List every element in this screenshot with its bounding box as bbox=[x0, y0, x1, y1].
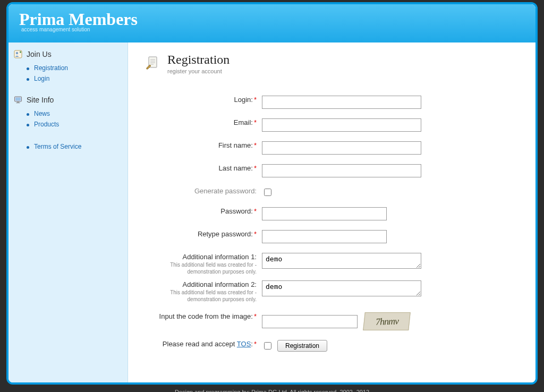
registration-form: Login:* Email:* First name:* Last name:* bbox=[145, 96, 518, 352]
page-title: Registration bbox=[167, 53, 230, 66]
svg-rect-4 bbox=[17, 102, 19, 103]
email-input[interactable] bbox=[262, 118, 421, 132]
label-retype-password: Retype password: bbox=[198, 230, 253, 238]
svg-rect-5 bbox=[16, 103, 20, 103]
required-marker: * bbox=[254, 96, 257, 104]
sidebar-section-extra: Terms of Service bbox=[14, 141, 122, 152]
additional-1-input[interactable] bbox=[262, 253, 421, 269]
sidebar-link[interactable]: Registration bbox=[34, 64, 68, 72]
svg-point-1 bbox=[16, 52, 18, 54]
required-marker: * bbox=[254, 141, 257, 149]
tos-checkbox[interactable] bbox=[264, 342, 271, 350]
sidebar-item-registration: Registration bbox=[27, 63, 122, 73]
required-marker: * bbox=[254, 340, 257, 348]
page-subtitle: register your account bbox=[167, 68, 230, 74]
required-marker: * bbox=[254, 312, 257, 320]
required-marker: * bbox=[254, 164, 257, 172]
label-captcha: Input the code from the image: bbox=[159, 312, 253, 320]
label-additional-1: Additional information 1: bbox=[183, 253, 257, 261]
sidebar-heading-label: Join Us bbox=[27, 50, 52, 58]
document-pencil-icon bbox=[145, 55, 160, 70]
sidebar-item-news: News bbox=[27, 108, 122, 119]
generate-password-checkbox[interactable] bbox=[264, 189, 271, 196]
captcha-image: 7hnmv bbox=[363, 312, 411, 330]
app-window: Prima Members access management solution… bbox=[6, 2, 538, 385]
svg-rect-3 bbox=[15, 98, 21, 101]
required-marker: * bbox=[254, 118, 257, 126]
label-first-name: First name: bbox=[218, 141, 253, 149]
sidebar-section-join-us: Join Us Registration Login bbox=[14, 50, 122, 84]
header: Prima Members access management solution bbox=[8, 4, 536, 42]
sidebar-link[interactable]: Products bbox=[34, 121, 59, 128]
tos-text-prefix: Please read and accept bbox=[163, 340, 237, 348]
label-login: Login: bbox=[234, 96, 253, 104]
sidebar-heading: Site Info bbox=[14, 96, 122, 104]
sidebar-section-site-info: Site Info News Products bbox=[14, 96, 122, 130]
sidebar-item-tos: Terms of Service bbox=[27, 141, 122, 152]
tos-link[interactable]: TOS bbox=[237, 340, 251, 348]
captcha-input[interactable] bbox=[262, 315, 358, 328]
label-password: Password: bbox=[220, 207, 253, 215]
password-input[interactable] bbox=[262, 207, 387, 220]
required-marker: * bbox=[254, 207, 257, 215]
sidebar-item-login: Login bbox=[27, 73, 122, 84]
page-header: Registration register your account bbox=[145, 53, 518, 74]
hint-additional-1: This additional field was created for - … bbox=[145, 261, 257, 275]
footer-design-link[interactable]: Prima DG Ltd. bbox=[251, 389, 288, 392]
required-marker: * bbox=[254, 230, 257, 238]
monitor-icon bbox=[14, 96, 22, 104]
sidebar-link[interactable]: News bbox=[34, 110, 50, 117]
sidebar-item-products: Products bbox=[27, 119, 122, 130]
brand-title: Prima Members bbox=[19, 11, 138, 28]
label-generate-password: Generate password: bbox=[194, 187, 257, 195]
label-email: Email: bbox=[234, 118, 253, 126]
footer: Design and programming by: Prima DG Ltd.… bbox=[0, 385, 544, 392]
label-additional-2: Additional information 2: bbox=[183, 280, 257, 288]
main-content: Registration register your account Login… bbox=[128, 42, 536, 382]
retype-password-input[interactable] bbox=[262, 230, 387, 243]
sidebar-link[interactable]: Terms of Service bbox=[34, 143, 81, 150]
last-name-input[interactable] bbox=[262, 164, 421, 177]
login-input[interactable] bbox=[262, 96, 421, 109]
first-name-input[interactable] bbox=[262, 141, 421, 155]
sidebar-heading-label: Site Info bbox=[27, 96, 54, 104]
label-last-name: Last name: bbox=[219, 164, 253, 172]
sidebar: Join Us Registration Login bbox=[8, 42, 128, 382]
sidebar-link[interactable]: Login bbox=[34, 75, 49, 82]
tos-text-suffix: : bbox=[251, 340, 253, 348]
user-plus-icon bbox=[14, 50, 22, 58]
footer-design-rest: All rights reserved. 2002 -2012 bbox=[288, 389, 369, 392]
submit-button[interactable]: Registration bbox=[277, 340, 327, 352]
sidebar-heading: Join Us bbox=[14, 50, 122, 58]
footer-design-prefix: Design and programming by: bbox=[175, 389, 251, 392]
additional-2-input[interactable] bbox=[262, 280, 421, 296]
hint-additional-2: This additional field was created for - … bbox=[145, 289, 257, 303]
